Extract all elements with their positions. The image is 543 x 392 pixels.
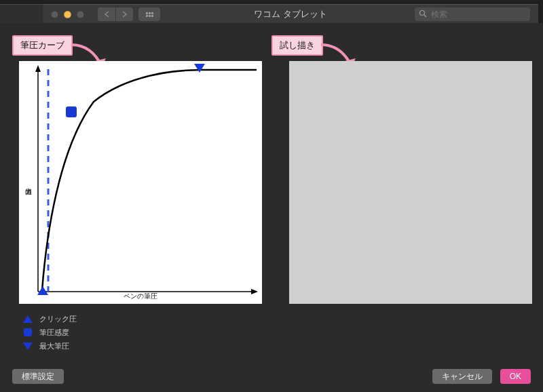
window-controls: [51, 11, 84, 18]
grid-view-button[interactable]: [138, 7, 160, 21]
pressure-curve-chart: [19, 61, 262, 304]
content-body: 筆圧カーブ 試し描き 出力値 ペンの筆圧: [0, 23, 543, 392]
grid-icon: [146, 12, 153, 17]
legend-item-max: 最大筆圧: [23, 339, 77, 353]
legend-label: クリック圧: [39, 314, 77, 324]
zoom-window-icon[interactable]: [77, 11, 84, 18]
chevron-left-icon: [104, 11, 110, 18]
square-icon: [24, 328, 32, 336]
chevron-right-icon: [121, 11, 128, 18]
nav-back-button[interactable]: [98, 7, 115, 21]
max-pressure-handle[interactable]: [194, 64, 205, 73]
click-pressure-handle[interactable]: [37, 286, 48, 295]
close-window-icon[interactable]: [51, 11, 58, 18]
search-field[interactable]: [415, 7, 530, 21]
triangle-down-icon: [23, 342, 33, 350]
search-icon: [419, 9, 427, 20]
annotation-tag-curve: 筆圧カーブ: [12, 35, 73, 56]
legend-item-click: クリック圧: [23, 312, 77, 326]
nav-buttons: [98, 7, 133, 21]
x-axis-label: ペンの筆圧: [124, 292, 157, 301]
ok-button[interactable]: OK: [500, 369, 531, 384]
svg-line-1: [424, 15, 426, 17]
triangle-up-icon: [23, 315, 33, 323]
titlebar-left: [0, 4, 43, 24]
legend-item-sensitivity: 筆圧感度: [23, 326, 77, 339]
svg-point-0: [420, 10, 425, 15]
annotation-tag-test: 試し描き: [272, 35, 323, 56]
legend-label: 筆圧感度: [39, 328, 69, 338]
sensitivity-handle[interactable]: [66, 106, 77, 117]
legend: クリック圧 筆圧感度 最大筆圧: [23, 312, 77, 353]
footer: 標準設定 キャンセル OK: [0, 369, 543, 384]
default-settings-button[interactable]: 標準設定: [12, 369, 64, 384]
minimize-window-icon[interactable]: [64, 11, 71, 18]
test-stroke-panel[interactable]: [289, 61, 532, 304]
legend-label: 最大筆圧: [39, 341, 69, 351]
nav-forward-button[interactable]: [115, 7, 133, 21]
pressure-curve-panel[interactable]: 出力値 ペンの筆圧: [19, 61, 262, 304]
titlebar: ワコム タブレット: [43, 4, 538, 24]
cancel-button[interactable]: キャンセル: [432, 369, 492, 384]
search-input[interactable]: [430, 9, 526, 20]
